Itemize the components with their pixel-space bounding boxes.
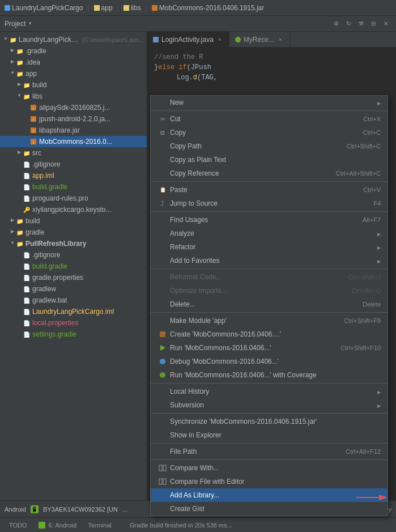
file-path-icon-placeholder [157, 446, 168, 457]
menu-analyze-label: Analyze [170, 229, 377, 237]
paste-icon [157, 185, 168, 195]
menu-debug-label: Debug 'MobCommons-2016.0406...' [170, 357, 381, 365]
menu-create[interactable]: Create 'MobCommons-2016.0406....' [151, 327, 388, 341]
subversion-submenu-arrow-icon [377, 401, 381, 409]
menu-new[interactable]: New [151, 96, 388, 109]
add-favorites-submenu-arrow-icon [377, 257, 381, 265]
add-favorites-icon-placeholder [157, 256, 168, 266]
reformat-icon-placeholder [157, 272, 168, 282]
make-module-icon-placeholder [157, 316, 168, 326]
menu-show-explorer-label: Show in Explorer [170, 431, 381, 439]
analyze-icon-placeholder [157, 228, 168, 239]
menu-local-history-label: Local History [170, 388, 377, 395]
menu-cut[interactable]: Cut Ctrl+X [151, 112, 388, 126]
menu-subversion-label: Subversion [170, 401, 377, 409]
menu-paste-label: Paste [170, 186, 352, 194]
menu-create-gist-label: Create Gist [170, 505, 381, 513]
context-menu-overlay[interactable]: New Cut Ctrl+X Copy Ctrl+C Copy Path Ctr… [0, 0, 396, 532]
menu-run[interactable]: Run 'MobCommons-2016.0406...' Ctrl+Shift… [151, 341, 388, 355]
refactor-icon-placeholder [157, 242, 168, 252]
compare-with-icon [157, 463, 168, 473]
cut-icon [157, 114, 168, 124]
separator-8 [151, 443, 388, 444]
svg-marker-17 [379, 495, 388, 500]
menu-copy[interactable]: Copy Ctrl+C [151, 126, 388, 139]
menu-jump-source[interactable]: Jump to Source F4 [151, 197, 388, 210]
menu-find-usages-shortcut: Alt+F7 [363, 216, 381, 223]
separator-7 [151, 413, 388, 414]
menu-optimize-imports-label: Optimize Imports... [170, 287, 340, 295]
menu-synchronize[interactable]: Synchronize 'MobCommons-2016.0406.1915.j… [151, 415, 388, 428]
menu-copy-ref-shortcut: Ctrl+Alt+Shift+C [336, 170, 381, 177]
show-explorer-icon-placeholder [157, 430, 168, 440]
menu-add-library[interactable]: Add As Library... [151, 488, 388, 502]
menu-copy-shortcut: Ctrl+C [363, 129, 381, 136]
menu-compare-file-editor[interactable]: Compare File with Editor [151, 475, 388, 488]
menu-create-label: Create 'MobCommons-2016.0406....' [170, 330, 381, 338]
menu-delete-shortcut: Delete [363, 301, 381, 308]
menu-optimize-imports-shortcut: Ctrl+Alt+O [352, 287, 381, 294]
menu-debug[interactable]: Debug 'MobCommons-2016.0406...' [151, 355, 388, 368]
menu-run-coverage[interactable]: Run 'MobCommons-2016.0406...' with Cover… [151, 368, 388, 382]
menu-cut-label: Cut [170, 115, 352, 123]
menu-file-path-label: File Path [170, 448, 334, 456]
context-menu: New Cut Ctrl+X Copy Ctrl+C Copy Path Ctr… [150, 95, 388, 516]
delete-icon-placeholder [157, 299, 168, 309]
copy-path-icon-placeholder [157, 141, 168, 151]
add-library-icon-placeholder [157, 490, 168, 500]
menu-cut-shortcut: Ctrl+X [363, 116, 381, 122]
menu-jump-source-shortcut: F4 [373, 200, 381, 207]
menu-add-favorites-label: Add to Favorites [170, 257, 377, 265]
menu-create-gist[interactable]: Create Gist [151, 502, 388, 516]
menu-add-favorites[interactable]: Add to Favorites [151, 254, 388, 267]
menu-paste[interactable]: Paste Ctrl+V [151, 183, 388, 197]
separator-4 [151, 269, 388, 269]
menu-reformat[interactable]: Reformat Code... Ctrl+Shift+J [151, 270, 388, 284]
menu-compare-with[interactable]: Compare With... [151, 461, 388, 475]
menu-copy-ref[interactable]: Copy Reference Ctrl+Alt+Shift+C [151, 167, 388, 180]
menu-jump-source-label: Jump to Source [170, 199, 362, 207]
menu-compare-file-editor-label: Compare File with Editor [170, 478, 381, 486]
menu-run-label: Run 'MobCommons-2016.0406...' [170, 344, 329, 352]
svg-marker-9 [160, 345, 165, 351]
menu-refactor[interactable]: Refactor [151, 240, 388, 254]
debug-icon [157, 356, 168, 367]
separator-2 [151, 181, 388, 182]
menu-copy-path[interactable]: Copy Path Ctrl+Shift+C [151, 139, 388, 153]
copy-ref-icon-placeholder [157, 168, 168, 178]
menu-compare-with-label: Compare With... [170, 464, 381, 472]
analyze-submenu-arrow-icon [377, 229, 381, 237]
menu-copy-ref-label: Copy Reference [170, 169, 325, 177]
menu-copy-plain-label: Copy as Plain Text [170, 156, 381, 164]
svg-rect-12 [159, 465, 162, 471]
new-icon-placeholder [157, 97, 168, 108]
find-usages-icon-placeholder [157, 215, 168, 225]
compare-file-editor-icon [157, 476, 168, 487]
menu-subversion[interactable]: Subversion [151, 398, 388, 412]
menu-copy-path-shortcut: Ctrl+Shift+C [347, 143, 381, 150]
menu-delete-label: Delete... [170, 300, 351, 308]
copy-icon [157, 127, 168, 138]
menu-make-module[interactable]: Make Module 'app' Ctrl+Shift+F9 [151, 314, 388, 327]
menu-file-path[interactable]: File Path Ctrl+Alt+F12 [151, 445, 388, 458]
menu-make-module-label: Make Module 'app' [170, 317, 333, 325]
menu-optimize-imports[interactable]: Optimize Imports... Ctrl+Alt+O [151, 284, 388, 297]
refactor-submenu-arrow-icon [377, 243, 381, 251]
arrow-pointer-icon [356, 492, 390, 503]
separator-3 [151, 211, 388, 212]
menu-paste-shortcut: Ctrl+V [363, 186, 381, 193]
local-history-icon-placeholder [157, 386, 168, 397]
menu-show-explorer[interactable]: Show in Explorer [151, 428, 388, 442]
optimize-icon-placeholder [157, 286, 168, 296]
run-icon [157, 343, 168, 353]
menu-copy-plain[interactable]: Copy as Plain Text [151, 153, 388, 167]
menu-delete[interactable]: Delete... Delete [151, 297, 388, 311]
separator-5 [151, 312, 388, 313]
menu-refactor-label: Refactor [170, 243, 377, 251]
menu-find-usages[interactable]: Find Usages Alt+F7 [151, 213, 388, 227]
menu-analyze[interactable]: Analyze [151, 227, 388, 240]
menu-local-history[interactable]: Local History [151, 385, 388, 398]
coverage-icon [157, 370, 168, 380]
svg-rect-14 [159, 479, 162, 484]
menu-run-shortcut: Ctrl+Shift+F10 [340, 344, 381, 351]
